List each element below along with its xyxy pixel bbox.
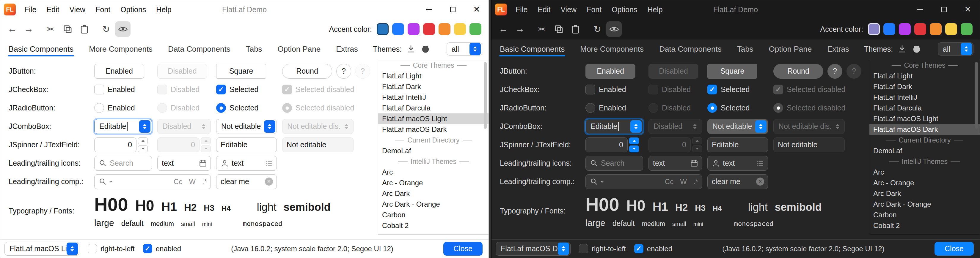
user-field[interactable]: text xyxy=(216,156,277,171)
theme-list-item[interactable]: Arc - Orange xyxy=(869,177,980,188)
spinner[interactable]: 0 xyxy=(94,138,148,152)
copy-button[interactable] xyxy=(551,21,566,37)
chevron-down-icon[interactable] xyxy=(108,179,113,184)
chevron-down-icon[interactable] xyxy=(600,179,605,184)
theme-list-item[interactable]: Arc xyxy=(378,167,488,177)
theme-list-item[interactable]: FlatLaf macOS Dark xyxy=(378,124,488,135)
laf-combobox[interactable]: FlatLaf macOS D... xyxy=(496,242,571,256)
search-field[interactable]: Search xyxy=(585,156,643,171)
accent-color-swatch[interactable] xyxy=(469,23,481,35)
spinner-up-button[interactable] xyxy=(629,138,639,144)
theme-list-item[interactable]: Arc xyxy=(869,167,980,177)
date-field[interactable]: text xyxy=(157,156,211,171)
accent-color-swatch[interactable] xyxy=(423,23,435,35)
match-case-button[interactable]: Cc xyxy=(173,177,182,186)
theme-list-item[interactable]: DemoLaf xyxy=(869,146,980,156)
paste-button[interactable] xyxy=(76,21,92,37)
radio-selected[interactable]: Selected xyxy=(707,103,749,113)
cut-button[interactable]: ✂ xyxy=(534,21,550,37)
menu-file[interactable]: File xyxy=(19,0,41,19)
search-with-options-field[interactable]: Cc W .* xyxy=(585,174,702,189)
spinner-down-button[interactable] xyxy=(629,146,639,152)
download-theme-button[interactable] xyxy=(897,44,907,54)
accent-color-swatch[interactable] xyxy=(377,23,388,35)
calendar-icon[interactable] xyxy=(690,159,698,167)
square-button[interactable]: Square xyxy=(216,64,266,79)
menu-help[interactable]: Help xyxy=(642,0,668,19)
list-icon[interactable] xyxy=(265,159,273,167)
spinner[interactable]: 0 xyxy=(585,138,639,152)
enabled-checkbox[interactable]: enabled xyxy=(143,244,181,253)
radio-enabled[interactable]: Enabled xyxy=(94,103,135,113)
round-button[interactable]: Round xyxy=(282,64,332,79)
menu-help[interactable]: Help xyxy=(151,0,176,19)
editable-combobox[interactable]: Editable xyxy=(94,119,152,134)
theme-filter-combo[interactable]: all xyxy=(938,43,974,55)
theme-list-item[interactable]: Arc Dark - Orange xyxy=(869,199,980,210)
spinner-value[interactable]: 0 xyxy=(585,138,628,152)
menu-edit[interactable]: Edit xyxy=(41,0,64,19)
whole-words-button[interactable]: W xyxy=(189,177,196,186)
theme-filter-combo[interactable]: all xyxy=(447,43,482,55)
enabled-button[interactable]: Enabled xyxy=(94,64,144,79)
back-button[interactable]: ← xyxy=(5,21,20,37)
forward-button[interactable]: → xyxy=(512,21,528,37)
regex-button[interactable]: .* xyxy=(202,177,207,186)
tab-more-components[interactable]: More Components xyxy=(579,40,644,59)
theme-list-item[interactable]: Cobalt 2 xyxy=(378,220,488,231)
minimize-button[interactable] xyxy=(417,0,441,19)
radio-enabled[interactable]: Enabled xyxy=(585,103,626,113)
accent-color-swatch[interactable] xyxy=(868,23,880,35)
whole-words-button[interactable]: W xyxy=(680,177,687,186)
radio-selected[interactable]: Selected xyxy=(216,103,258,113)
menu-font[interactable]: Font xyxy=(91,0,115,19)
theme-list-item[interactable]: FlatLaf IntelliJ xyxy=(378,92,488,103)
theme-list-item[interactable]: Cobalt 2 xyxy=(869,220,980,231)
back-button[interactable]: ← xyxy=(496,21,511,37)
theme-list-item[interactable]: FlatLaf macOS Light xyxy=(869,113,980,124)
eye-toggle-button[interactable] xyxy=(115,21,130,37)
refresh-button[interactable]: ↻ xyxy=(590,21,605,37)
clearable-field[interactable]: clear me ✕ xyxy=(707,174,768,189)
clear-icon[interactable]: ✕ xyxy=(756,177,764,185)
help-button[interactable]: ? xyxy=(336,64,351,79)
square-button[interactable]: Square xyxy=(707,64,757,79)
accent-color-swatch[interactable] xyxy=(899,23,911,35)
paste-button[interactable] xyxy=(568,21,583,37)
theme-list-item[interactable]: FlatLaf macOS Dark xyxy=(869,124,980,135)
tab-tabs[interactable]: Tabs xyxy=(737,40,754,59)
close-window-button[interactable]: ✕ xyxy=(465,0,488,19)
github-button[interactable] xyxy=(911,44,922,54)
theme-list-item[interactable]: FlatLaf Light xyxy=(378,71,488,81)
download-theme-button[interactable] xyxy=(406,44,416,54)
enabled-checkbox[interactable]: enabled xyxy=(634,244,672,253)
tab-basic-components[interactable]: Basic Components xyxy=(499,40,565,59)
tab-option-pane[interactable]: Option Pane xyxy=(277,40,321,59)
themes-list[interactable]: Core ThemesFlatLaf LightFlatLaf DarkFlat… xyxy=(869,60,980,234)
tab-data-components[interactable]: Data Components xyxy=(167,40,231,59)
checkbox-selected[interactable]: Selected xyxy=(707,85,749,94)
editable-textfield[interactable]: Editable xyxy=(707,138,768,152)
accent-color-swatch[interactable] xyxy=(439,23,450,35)
tab-extras[interactable]: Extras xyxy=(336,40,359,59)
list-icon[interactable] xyxy=(756,159,764,167)
theme-list-item[interactable]: Carbon xyxy=(378,210,488,220)
theme-list-item[interactable]: FlatLaf Darcula xyxy=(378,103,488,113)
laf-combobox[interactable]: FlatLaf macOS Li... xyxy=(5,242,80,256)
right-to-left-checkbox[interactable]: right-to-left xyxy=(579,244,626,253)
noneditable-combobox[interactable]: Not editable xyxy=(707,119,768,134)
themes-scrollbar[interactable] xyxy=(484,62,487,129)
theme-list-item[interactable]: FlatLaf IntelliJ xyxy=(869,92,980,103)
theme-list-item[interactable]: FlatLaf macOS Light xyxy=(378,113,488,124)
close-button[interactable]: Close xyxy=(443,242,482,256)
right-to-left-checkbox[interactable]: right-to-left xyxy=(88,244,135,253)
github-button[interactable] xyxy=(420,44,431,54)
close-button[interactable]: Close xyxy=(934,242,974,256)
noneditable-combobox[interactable]: Not editable xyxy=(216,119,277,134)
menu-options[interactable]: Options xyxy=(115,0,151,19)
calendar-icon[interactable] xyxy=(199,159,207,167)
maximize-button[interactable] xyxy=(441,0,465,19)
theme-list-item[interactable]: DemoLaf xyxy=(378,146,488,156)
clear-icon[interactable]: ✕ xyxy=(265,177,273,185)
theme-list-item[interactable]: Arc Dark - Orange xyxy=(378,199,488,210)
